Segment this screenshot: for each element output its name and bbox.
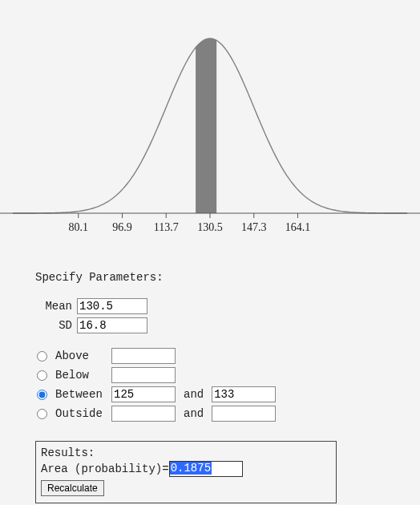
probability-value: 0.1875 [170,462,212,475]
x-tick-label: 113.7 [154,221,179,233]
mode-below-label: Below [55,369,111,382]
mode-above-row: Above [35,346,380,366]
between-to-input[interactable] [212,386,276,402]
between-and-label: and [184,388,204,401]
recalculate-button[interactable]: Recalculate [41,480,104,496]
sd-label: SD [35,319,72,332]
sd-row: SD [35,317,380,333]
x-tick-label: 147.3 [241,221,267,233]
above-value-input[interactable] [111,348,176,364]
normal-distribution-chart: 80.196.9113.7130.5147.3164.1 [0,18,420,234]
outside-and-label: and [184,407,204,420]
results-title: Results: [41,446,331,459]
below-value-input[interactable] [111,367,176,383]
mode-outside-row: Outside and [35,404,380,423]
x-tick-label: 96.9 [112,221,132,233]
x-tick-label: 80.1 [69,221,89,233]
shaded-area [196,38,216,213]
area-label: Area (probability) [41,463,162,475]
probability-output[interactable]: 0.1875 [169,461,243,477]
sd-input[interactable] [77,317,147,333]
mean-row: Mean [35,298,380,314]
mode-between-radio[interactable] [37,390,47,400]
mode-above-label: Above [55,349,111,362]
outside-to-input[interactable] [212,406,276,422]
x-tick-label: 130.5 [197,221,223,233]
specify-parameters-heading: Specify Parameters: [35,271,380,284]
parameter-form: Specify Parameters: Mean SD Above Below … [35,271,380,503]
x-axis-ticks: 80.196.9113.7130.5147.3164.1 [69,213,311,233]
mean-input[interactable] [77,298,147,314]
mode-below-row: Below [35,366,380,385]
between-from-input[interactable] [111,386,176,402]
mode-radio-group: Above Below Between and Outside and [35,346,380,423]
outside-from-input[interactable] [111,406,176,422]
results-row: Area (probability) = 0.1875 [41,461,331,477]
mode-between-row: Between and [35,385,380,404]
equals-sign: = [162,463,168,475]
mode-outside-label: Outside [55,407,111,420]
mode-between-label: Between [55,388,111,401]
results-box: Results: Area (probability) = 0.1875 Rec… [35,441,337,503]
x-tick-label: 164.1 [285,221,311,233]
mode-below-radio[interactable] [37,370,47,381]
mean-label: Mean [35,300,72,313]
mode-above-radio[interactable] [37,351,47,362]
chart-svg: 80.196.9113.7130.5147.3164.1 [0,18,420,234]
mode-outside-radio[interactable] [37,409,47,419]
